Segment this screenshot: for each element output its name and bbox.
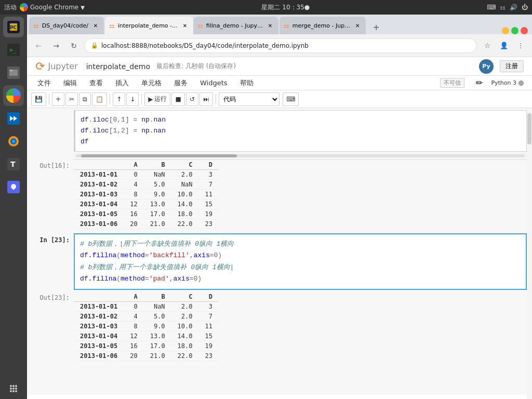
restart-icon: ↺ [190,96,195,103]
keyboard-icon: ⌨ [487,4,496,11]
row-index: 2013-01-06 [74,351,124,361]
toolbar-separator-3 [141,94,142,104]
datetime-label: 星期二 10：35● [261,3,310,12]
url-bar[interactable]: 🔒 localhost:8888/notebooks/DS_day04/code… [84,38,477,53]
maximize-button[interactable] [511,27,518,34]
menu-service[interactable]: 服务 [172,77,190,89]
notebook-scroll[interactable]: df.iloc[0,1] = np.nan df.iloc[1,2] = np.… [27,108,532,399]
add-cell-button[interactable]: + [52,92,64,106]
reload-button[interactable]: ↻ [66,38,81,53]
menu-cell[interactable]: 单元格 [139,77,164,89]
table-row: 2013-01-010NaN2.03 [74,301,219,311]
cell-value: 19 [199,209,219,219]
taskbar-terminal[interactable]: >_ [3,39,24,60]
code-cell-23[interactable]: # b列数据，|用下一个非缺失值填补 0纵向 1横向 df.fillna(met… [74,233,527,289]
notebook-title[interactable]: interpolate_demo [86,62,150,71]
dropdown-arrow[interactable]: ▼ [81,5,85,10]
network-icon: ⚏ [500,4,506,11]
cell-value: 5.0 [144,180,171,190]
move-up-button[interactable]: ↑ [113,92,125,106]
new-tab-button[interactable]: + [369,20,383,34]
vertical-scrollbar[interactable] [527,108,532,399]
cell-value: 20 [124,351,143,361]
cell-value: 10.0 [171,190,199,200]
chrome-icon [20,3,28,11]
tab-close-4[interactable]: ✕ [353,21,362,30]
cell-23-body: # b列数据，|用下一个非缺失值填补 0纵向 1横向 df.fillna(met… [74,233,527,289]
forward-button[interactable]: → [49,38,63,53]
restart-run-button[interactable]: ⏭ [200,92,213,106]
row-index: 2013-01-02 [74,311,124,321]
keyboard-shortcuts-button[interactable]: ⌨ [283,92,299,106]
interrupt-button[interactable]: ■ [171,92,184,106]
cut-cell-button[interactable]: ✂ [65,92,78,106]
profile-button[interactable]: 👤 [497,38,511,53]
taskbar-chrome[interactable] [3,85,24,106]
row-index: 2013-01-06 [74,219,124,229]
toolbar-separator-1 [49,94,49,104]
row-index: 2013-01-03 [74,321,124,331]
tab-close-2[interactable]: ✕ [181,21,189,30]
run-cell-button[interactable]: ▶ 运行 [144,92,170,106]
menu-insert[interactable]: 插入 [113,77,131,89]
kernel-name: Python 3 [491,79,516,86]
tab-close-3[interactable]: ✕ [266,21,274,30]
taskbar-firefox[interactable] [3,131,24,152]
table-header-A: A [124,160,143,170]
tab-ds-day04[interactable]: ⚏ DS_day04/code/ ✕ [29,17,104,34]
register-button[interactable]: 注册 [500,60,524,72]
taskbar-typora[interactable]: T [3,154,24,175]
table-row: 2013-01-051617.018.019 [74,341,219,351]
menu-file[interactable]: 文件 [35,77,53,89]
edit-kernel-icon[interactable]: ✏ [476,78,483,88]
taskbar-files[interactable] [3,62,24,83]
taskbar-pycharm[interactable]: PC [3,17,24,37]
prev-code-block[interactable]: df.iloc[0,1] = np.nan df.iloc[1,2] = np.… [74,110,527,152]
move-down-button[interactable]: ↓ [126,92,139,106]
tab-close-1[interactable]: ✕ [91,21,100,30]
notebook-container: df.iloc[0,1] = np.nan df.iloc[1,2] = np.… [27,108,532,399]
activities-label[interactable]: 活动 [4,3,17,12]
paste-cell-button[interactable]: 📋 [92,92,107,106]
menu-view[interactable]: 查看 [87,77,105,89]
horizontal-scrollbar[interactable] [74,152,527,160]
tab-fillna[interactable]: ⚏ fillna_demo - Jupy… ✕ [193,17,278,34]
back-button[interactable]: ← [31,38,46,53]
cell-value: 0 [124,170,143,180]
save-button[interactable]: 💾 [31,92,46,106]
table-row: 2013-01-0389.010.011 [74,190,219,200]
cell-value: 5.0 [144,311,171,321]
taskbar-grid[interactable] [3,378,24,399]
table-23-header-B: B [144,292,171,302]
chrome-indicator: Google Chrome ▼ [20,3,85,11]
cell-value: 22.0 [171,351,199,361]
tab-interpolate[interactable]: ⚏ interpolate_demo -… ✕ [105,17,193,34]
restart-button[interactable]: ↺ [186,92,198,106]
tab-merge[interactable]: ⚏ merge_demo - Jup… ✕ [280,17,366,34]
taskbar-vscode[interactable] [3,108,24,129]
output-16: Out[16]: A B C D [27,160,532,229]
bookmark-star-button[interactable]: ☆ [480,38,495,53]
cell-value: 18.0 [171,209,199,219]
save-icon: 💾 [35,96,43,103]
system-bar: 活动 Google Chrome ▼ 星期二 10：35● ⌨ ⚏ 🔊 ⏻ [0,0,532,15]
close-button[interactable] [521,27,528,34]
menu-widgets[interactable]: Widgets [198,78,230,88]
run-icon: ▶ [148,96,153,103]
table-header-D: D [199,160,219,170]
copy-icon: ⧉ [83,96,87,103]
menu-help[interactable]: 帮助 [238,77,256,89]
keyboard-icon: ⌨ [286,96,295,103]
cell-value: 17.0 [144,341,171,351]
menu-edit[interactable]: 编辑 [61,77,79,89]
minimize-button[interactable] [502,27,509,34]
copy-cell-button[interactable]: ⧉ [79,92,91,106]
menu-button[interactable]: ⋮ [513,38,528,53]
cell-type-select[interactable]: 代码 Markdown Raw NBConvert [219,92,280,106]
cell-value: 16 [124,341,143,351]
taskbar-chat[interactable] [3,177,24,197]
table-row: 2013-01-041213.014.015 [74,331,219,341]
prev-code-line-1: df.iloc[0,1] = np.nan [81,115,521,126]
svg-point-17 [12,385,15,387]
prev-code-line-2: df.iloc[1,2] = np.nan [81,126,521,137]
